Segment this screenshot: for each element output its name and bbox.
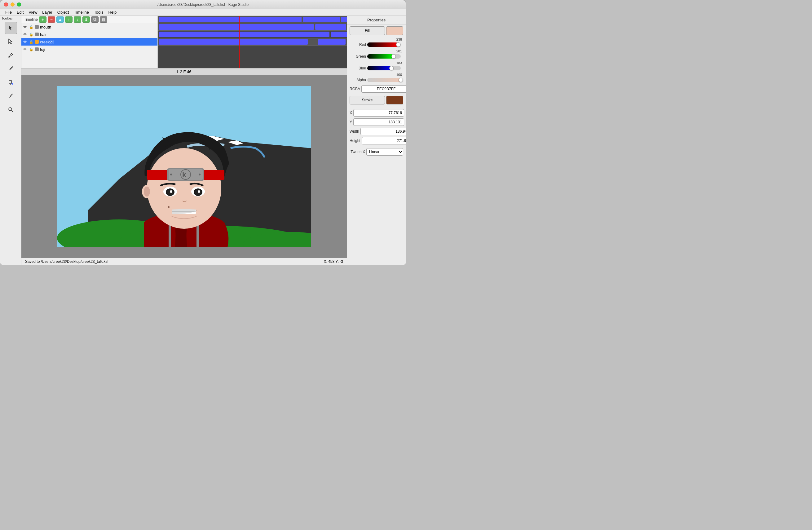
window-title: /Users/creek23/Desktop/creek23_talk.ksf … bbox=[157, 2, 249, 7]
toolbar-label: Toolbar bbox=[0, 16, 21, 21]
green-value: 201 bbox=[396, 49, 402, 53]
layer-visibility-icon[interactable]: 👁 bbox=[23, 32, 28, 37]
menu-view[interactable]: View bbox=[26, 9, 40, 15]
timeline-up-btn[interactable]: ▲ bbox=[56, 16, 64, 23]
menu-timeline[interactable]: Timeline bbox=[71, 9, 91, 15]
svg-rect-17 bbox=[169, 223, 171, 247]
layer-visibility-icon[interactable]: 👁 bbox=[23, 40, 28, 44]
menu-object[interactable]: Object bbox=[55, 9, 72, 15]
x-label: X bbox=[350, 111, 352, 115]
svg-point-45 bbox=[168, 206, 170, 208]
red-label: Red bbox=[352, 42, 366, 47]
rgba-row: RGBA bbox=[347, 84, 406, 94]
tween-x-select[interactable]: Linear None Ease In Ease Out Ease In Out bbox=[366, 148, 403, 156]
paint-bucket-tool[interactable] bbox=[5, 76, 17, 89]
width-input[interactable] bbox=[360, 128, 406, 135]
top-section: Timeline + − ▲ ↑ ↓ ⬇ ⧉ 🗑 👁 🔒 bbox=[21, 16, 347, 69]
fill-button[interactable]: Fill bbox=[350, 26, 385, 35]
alpha-row: Alpha bbox=[350, 76, 403, 83]
close-button[interactable] bbox=[4, 2, 8, 6]
title-bar: /Users/creek23/Desktop/creek23_talk.ksf … bbox=[0, 0, 406, 9]
red-slider[interactable] bbox=[367, 42, 401, 47]
timeline-add-btn[interactable]: + bbox=[39, 16, 46, 23]
pen-tool[interactable] bbox=[5, 49, 17, 61]
svg-point-32 bbox=[199, 174, 201, 175]
blue-label: Blue bbox=[352, 66, 366, 70]
svg-point-4 bbox=[12, 83, 13, 85]
timeline-remove-btn[interactable]: − bbox=[48, 16, 55, 23]
canvas-content: k bbox=[57, 86, 311, 247]
fill-row: Fill bbox=[347, 25, 406, 37]
rgba-label: RGBA bbox=[350, 87, 360, 91]
layer-hair[interactable]: 👁 🔒 hair bbox=[21, 31, 157, 38]
right-panel: Properties Fill 238 Red bbox=[347, 16, 406, 265]
direct-select-tool[interactable] bbox=[5, 35, 17, 48]
timeline-delete-btn[interactable]: 🗑 bbox=[100, 16, 107, 23]
layer-name-fuji: fuji bbox=[40, 47, 156, 52]
timeline-copy-btn[interactable]: ⧉ bbox=[91, 16, 99, 23]
main-window: /Users/creek23/Desktop/creek23_talk.ksf … bbox=[0, 0, 406, 265]
timeline-to-bottom-btn[interactable]: ⬇ bbox=[83, 16, 90, 23]
timeline-move-up-btn[interactable]: ↑ bbox=[65, 16, 73, 23]
green-slider[interactable] bbox=[367, 54, 401, 59]
toolbar: Toolbar bbox=[0, 16, 21, 265]
svg-point-6 bbox=[9, 97, 10, 98]
y-input[interactable] bbox=[353, 118, 404, 126]
menu-bar: File Edit View Layer Object Timeline Too… bbox=[0, 9, 406, 16]
center-area: Timeline + − ▲ ↑ ↓ ⬇ ⧉ 🗑 👁 🔒 bbox=[21, 16, 347, 265]
select-tool[interactable] bbox=[5, 22, 17, 34]
timeline-canvas bbox=[158, 16, 347, 68]
svg-line-2 bbox=[12, 53, 13, 55]
layer-visibility-icon[interactable]: 👁 bbox=[23, 47, 28, 52]
brush-tool[interactable] bbox=[5, 62, 17, 75]
frame-info-text: L 2 F 46 bbox=[177, 69, 191, 74]
blue-slider[interactable] bbox=[367, 66, 401, 70]
svg-line-5 bbox=[10, 96, 11, 97]
x-input[interactable] bbox=[353, 109, 404, 116]
svg-text:k: k bbox=[182, 171, 186, 178]
status-bar: Saved to /Users/creek23/Desktop/creek23_… bbox=[21, 258, 347, 265]
stroke-row: Stroke bbox=[347, 94, 406, 106]
layer-fuji[interactable]: 👁 🔒 fuji bbox=[21, 46, 157, 53]
properties-title: Properties bbox=[347, 16, 406, 25]
layer-lock-icon[interactable]: 🔒 bbox=[29, 32, 34, 37]
height-row: Height bbox=[347, 136, 406, 145]
layer-visibility-icon[interactable]: 👁 bbox=[23, 25, 28, 29]
minimize-button[interactable] bbox=[11, 2, 15, 6]
width-label: Width bbox=[350, 129, 359, 133]
red-value: 238 bbox=[396, 38, 402, 41]
stroke-label: Stroke bbox=[362, 98, 373, 102]
svg-point-40 bbox=[198, 190, 200, 193]
layer-lock-icon[interactable]: 🔒 bbox=[29, 47, 34, 52]
layer-list: Timeline + − ▲ ↑ ↓ ⬇ ⧉ 🗑 👁 🔒 bbox=[21, 16, 158, 68]
red-row: Red bbox=[350, 41, 403, 48]
timeline-area[interactable] bbox=[158, 16, 347, 68]
status-right: X: 458 Y: -3 bbox=[324, 259, 344, 264]
layer-lock-icon[interactable]: 🔒 bbox=[29, 40, 34, 44]
timeline-header: Timeline + − ▲ ↑ ↓ ⬇ ⧉ 🗑 bbox=[21, 16, 157, 23]
menu-file[interactable]: File bbox=[3, 9, 14, 15]
canvas-area[interactable]: k bbox=[21, 75, 347, 258]
eyedropper-tool[interactable] bbox=[5, 90, 17, 102]
svg-marker-1 bbox=[9, 39, 12, 44]
maximize-button[interactable] bbox=[17, 2, 21, 6]
playhead[interactable] bbox=[239, 16, 240, 68]
menu-tools[interactable]: Tools bbox=[91, 9, 106, 15]
menu-layer[interactable]: Layer bbox=[40, 9, 55, 15]
menu-help[interactable]: Help bbox=[106, 9, 119, 15]
rgba-input[interactable] bbox=[361, 85, 406, 93]
layer-mouth[interactable]: 👁 🔒 mouth bbox=[21, 23, 157, 31]
y-row: Y bbox=[347, 117, 406, 127]
stroke-color-swatch[interactable] bbox=[386, 96, 403, 104]
svg-point-44 bbox=[144, 187, 150, 197]
stroke-button[interactable]: Stroke bbox=[350, 96, 385, 104]
layer-creek23[interactable]: 👁 🔒 creek23 bbox=[21, 38, 157, 46]
layer-name-hair: hair bbox=[40, 32, 156, 37]
layer-lock-icon[interactable]: 🔒 bbox=[29, 25, 34, 29]
alpha-slider[interactable] bbox=[367, 78, 401, 82]
magnifier-tool[interactable] bbox=[5, 103, 17, 116]
height-input[interactable] bbox=[362, 137, 406, 144]
menu-edit[interactable]: Edit bbox=[14, 9, 26, 15]
fill-color-swatch[interactable] bbox=[386, 26, 403, 35]
timeline-move-down-btn[interactable]: ↓ bbox=[74, 16, 81, 23]
